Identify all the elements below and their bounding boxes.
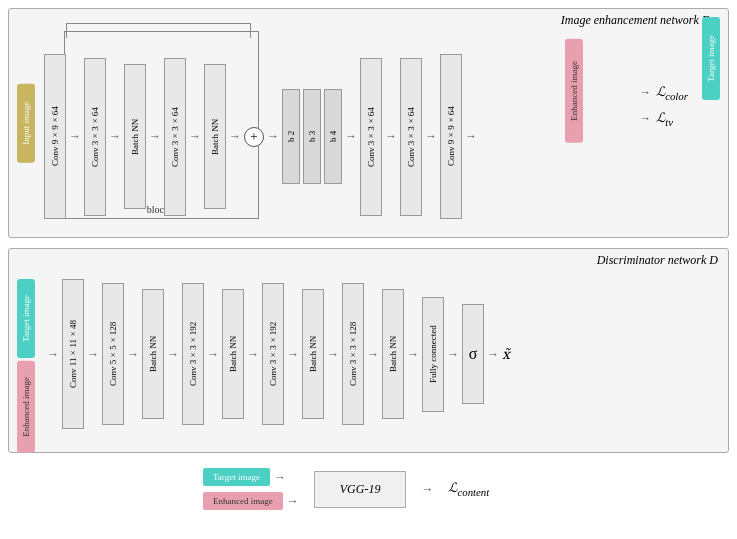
batch-nn-1: Batch NN xyxy=(124,64,146,209)
disc-output: x̃ xyxy=(502,346,510,363)
conv-block-5: Conv 3×3×64 xyxy=(400,58,422,216)
arrow-5: → xyxy=(229,129,241,144)
arrow-color: → xyxy=(639,85,651,100)
vgg-arrow-3: → xyxy=(421,482,433,497)
vgg-enhanced-row: Enhanced image → xyxy=(203,492,299,510)
b4-block: b 4 xyxy=(324,89,342,184)
arrow-4: → xyxy=(189,129,201,144)
batch-nn-2: Batch NN xyxy=(204,64,226,209)
disc-arrow-7: → xyxy=(327,347,339,362)
discriminator-blocks-row: → Conv 11×11×48 → Conv 5×5×128 → Batch N… xyxy=(47,269,510,439)
vgg-section: Target image → Enhanced image → VGG-19 →… xyxy=(8,468,729,510)
arrow-8: → xyxy=(385,129,397,144)
disc-arrow-8: → xyxy=(367,347,379,362)
enhanced-image-label-top: Enhanced image xyxy=(565,39,583,143)
vgg-target-label: Target image xyxy=(203,468,270,486)
disc-sigma: σ xyxy=(462,304,484,404)
vgg-box: VGG-19 xyxy=(314,471,407,508)
arrow-3: → xyxy=(149,129,161,144)
disc-conv-4: Conv 3×3×192 xyxy=(262,283,284,425)
arrow-10: → xyxy=(465,129,477,144)
disc-arrow-3: → xyxy=(167,347,179,362)
vgg-enhanced-label: Enhanced image xyxy=(203,492,283,510)
disc-arrow-11: → xyxy=(487,347,499,362)
disc-arrow-2: → xyxy=(127,347,139,362)
plus-circle: + xyxy=(244,127,264,147)
content-loss-label: ℒcontent xyxy=(448,480,489,498)
arrow-2: → xyxy=(109,129,121,144)
arrow-7: → xyxy=(345,129,357,144)
enhanced-image-label-disc: Enhanced image xyxy=(17,361,35,453)
discriminator-network: Discriminator network D Target image Enh… xyxy=(8,248,729,453)
vgg-arrow-2: → xyxy=(287,494,299,509)
disc-conv-1: Conv 11×11×48 xyxy=(62,279,84,429)
arrow-tv: → xyxy=(639,111,651,126)
block1-brace xyxy=(66,23,251,38)
tv-loss-label: ℒtv xyxy=(656,110,673,128)
vgg-target-row: Target image → xyxy=(203,468,299,486)
disc-batch-1: Batch NN xyxy=(142,289,164,419)
disc-conv-5: Conv 3×3×128 xyxy=(342,283,364,425)
color-loss-label: ℒcolor xyxy=(656,84,688,102)
conv-block-4: Conv 3×3×64 xyxy=(360,58,382,216)
disc-batch-3: Batch NN xyxy=(302,289,324,419)
b3-block: b 3 xyxy=(303,89,321,184)
disc-arrow-1: → xyxy=(87,347,99,362)
vgg-input-labels: Target image → Enhanced image → xyxy=(203,468,299,510)
b2-block: b 2 xyxy=(282,89,300,184)
arrow-9: → xyxy=(425,129,437,144)
disc-fully-connected: Fully connected xyxy=(422,297,444,412)
conv-block-1: Conv 9×9×64 xyxy=(44,54,66,219)
disc-conv-3: Conv 3×3×192 xyxy=(182,283,204,425)
disc-arrow-6: → xyxy=(287,347,299,362)
disc-batch-4: Batch NN xyxy=(382,289,404,419)
conv-block-3: Conv 3×3×64 xyxy=(164,58,186,216)
color-loss-row: → ℒcolor xyxy=(639,84,688,102)
arrow-1: → xyxy=(69,129,81,144)
arrow-6: → xyxy=(267,129,279,144)
disc-arrow-10: → xyxy=(447,347,459,362)
enhancement-network-label: Image enhancement network FW xyxy=(561,13,718,29)
input-image-label: Input image xyxy=(17,83,35,162)
discriminator-network-label: Discriminator network D xyxy=(597,253,718,268)
disc-arrow-5: → xyxy=(247,347,259,362)
target-image-label-disc: Target image xyxy=(17,279,35,358)
enhancement-network: Image enhancement network FW Input image… xyxy=(8,8,729,238)
conv-block-6: Conv 9×9×64 xyxy=(440,54,462,219)
conv-block-2: Conv 3×3×64 xyxy=(84,58,106,216)
disc-batch-2: Batch NN xyxy=(222,289,244,419)
vgg-arrow-1: → xyxy=(274,470,286,485)
disc-arrow-0: → xyxy=(47,347,59,362)
loss-labels: → ℒcolor → ℒtv xyxy=(639,84,688,127)
tv-loss-row: → ℒtv xyxy=(639,110,688,128)
target-image-label-top: Target image xyxy=(702,17,720,100)
disc-arrow-9: → xyxy=(407,347,419,362)
disc-conv-2: Conv 5×5×128 xyxy=(102,283,124,425)
disc-arrow-4: → xyxy=(207,347,219,362)
enhancement-blocks-row: Conv 9×9×64 → Conv 3×3×64 → Batch NN → C… xyxy=(44,39,477,234)
